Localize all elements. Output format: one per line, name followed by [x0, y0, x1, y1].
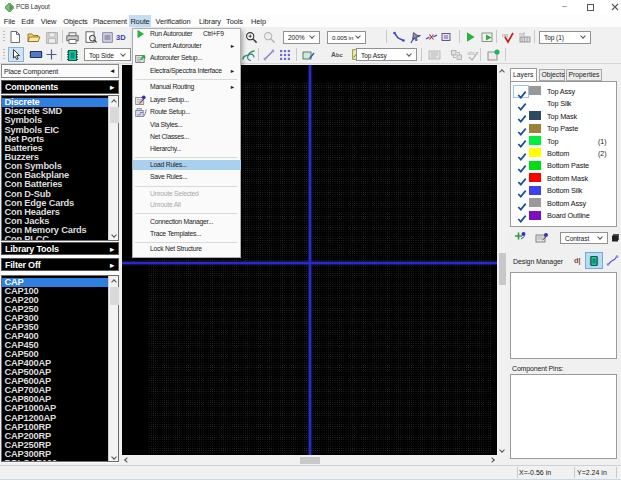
- svg-text:mil: mil: [519, 32, 525, 37]
- svg-text:abc: abc: [468, 50, 477, 56]
